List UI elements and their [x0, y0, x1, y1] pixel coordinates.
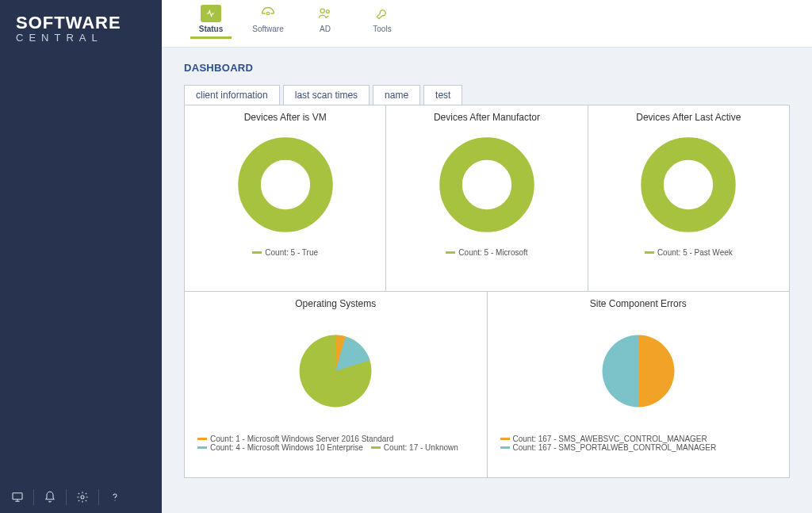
card-operating-systems: Operating Systems Count: 1 - Mic — [184, 291, 488, 478]
brand-top: SOFTWARE — [16, 13, 146, 33]
legend-text: Count: 5 - Microsoft — [458, 248, 527, 257]
legend-text: Count: 167 - SMS_PORTALWEB_CONTROL_MANAG… — [513, 443, 717, 452]
legend-item: Count: 5 - Past Week — [645, 248, 733, 257]
chart-legend: Count: 167 - SMS_AWEBSVC_CONTROL_MANAGER… — [488, 430, 790, 458]
legend-item: Count: 17 - Unknown — [371, 443, 458, 452]
brand-bottom: CENTRAL — [16, 32, 146, 44]
tab-client-information[interactable]: client information — [184, 85, 280, 105]
card-devices-last-active: Devices After Last Active Count: 5 - Pas… — [588, 105, 790, 292]
tab-name[interactable]: name — [373, 85, 420, 105]
card-row-1: Devices After is VM Count: 5 - True Devi… — [184, 105, 790, 292]
tab-test[interactable]: test — [423, 85, 462, 105]
nav-label: Status — [199, 25, 224, 33]
nav-tools[interactable]: Tools — [362, 5, 403, 36]
svg-point-2 — [114, 500, 115, 500]
chart-legend: Count: 5 - Microsoft — [386, 243, 587, 263]
card-title: Devices After is VM — [185, 105, 385, 126]
legend-text: Count: 4 - Microsoft Windows 10 Enterpri… — [210, 443, 363, 452]
divider — [98, 489, 99, 505]
legend-item: Count: 5 - Microsoft — [446, 248, 527, 257]
card-title: Devices After Manufactor — [386, 105, 587, 126]
legend-text: Count: 5 - Past Week — [657, 248, 733, 257]
brand-logo: SOFTWARE CENTRAL — [0, 0, 162, 44]
disc-icon — [258, 5, 278, 22]
nav-ad[interactable]: AD — [304, 5, 346, 36]
legend-swatch — [645, 251, 654, 254]
svg-point-5 — [326, 10, 329, 13]
dashboard-cards: Devices After is VM Count: 5 - True Devi… — [184, 105, 790, 478]
legend-swatch — [197, 446, 207, 449]
donut-chart — [588, 126, 789, 243]
donut-chart — [386, 126, 587, 243]
legend-swatch — [371, 446, 381, 449]
card-title: Operating Systems — [185, 292, 487, 312]
legend-item: Count: 4 - Microsoft Windows 10 Enterpri… — [197, 443, 363, 452]
legend-swatch — [252, 251, 262, 254]
svg-rect-0 — [13, 493, 22, 500]
svg-point-6 — [249, 149, 321, 221]
main-area: Status Software AD Tools — [162, 0, 812, 513]
legend-swatch — [197, 438, 207, 440]
legend-item: Count: 167 - SMS_PORTALWEB_CONTROL_MANAG… — [500, 443, 717, 452]
legend-swatch — [500, 438, 510, 440]
legend-text: Count: 17 - Unknown — [384, 443, 458, 452]
legend-text: Count: 5 - True — [265, 248, 318, 257]
sidebar-bottom-bar — [0, 481, 162, 513]
card-title: Site Component Errors — [488, 292, 790, 312]
dashboard-tabs: client information last scan times name … — [184, 85, 790, 105]
top-nav: Status Software AD Tools — [162, 0, 812, 48]
page-title: DASHBOARD — [184, 62, 790, 74]
tab-last-scan-times[interactable]: last scan times — [283, 85, 370, 105]
svg-point-8 — [653, 149, 725, 221]
chart-legend: Count: 1 - Microsoft Windows Server 2016… — [185, 430, 487, 458]
divider — [66, 489, 67, 505]
legend-item: Count: 167 - SMS_AWEBSVC_CONTROL_MANAGER — [500, 435, 707, 443]
svg-point-1 — [81, 496, 84, 499]
monitor-icon[interactable] — [8, 488, 27, 507]
divider — [33, 489, 34, 505]
sidebar: SOFTWARE CENTRAL — [0, 0, 162, 513]
app-root: SOFTWARE CENTRAL — [0, 0, 812, 513]
pie-chart — [488, 312, 790, 430]
legend-item: Count: 5 - True — [252, 248, 318, 257]
card-devices-is-vm: Devices After is VM Count: 5 - True — [184, 105, 386, 292]
gear-icon[interactable] — [73, 488, 92, 507]
legend-text: Count: 1 - Microsoft Windows Server 2016… — [210, 435, 393, 443]
activity-icon — [201, 5, 221, 22]
card-devices-manufactor: Devices After Manufactor Count: 5 - Micr… — [386, 105, 588, 292]
help-icon[interactable] — [105, 488, 124, 507]
nav-label: AD — [320, 25, 331, 33]
legend-item: Count: 1 - Microsoft Windows Server 2016… — [197, 435, 393, 443]
bell-icon[interactable] — [40, 488, 59, 507]
donut-chart — [185, 126, 385, 243]
content: DASHBOARD client information last scan t… — [162, 48, 812, 513]
pie-chart — [185, 312, 487, 430]
card-site-component-errors: Site Component Errors Count: 167 - SMS_A… — [488, 291, 791, 478]
nav-software[interactable]: Software — [247, 5, 289, 36]
chart-legend: Count: 5 - Past Week — [588, 243, 789, 263]
legend-swatch — [500, 446, 510, 449]
card-row-2: Operating Systems Count: 1 - Mic — [184, 291, 790, 478]
svg-point-3 — [266, 12, 269, 14]
nav-label: Software — [252, 25, 283, 33]
svg-point-4 — [320, 9, 324, 13]
nav-status[interactable]: Status — [190, 5, 232, 39]
svg-point-7 — [451, 149, 523, 221]
wrench-icon — [372, 5, 393, 22]
chart-legend: Count: 5 - True — [185, 243, 385, 263]
users-icon — [315, 5, 335, 22]
sidebar-spacer — [0, 44, 162, 481]
legend-swatch — [446, 251, 455, 254]
legend-text: Count: 167 - SMS_AWEBSVC_CONTROL_MANAGER — [513, 435, 707, 443]
card-title: Devices After Last Active — [588, 105, 789, 126]
nav-label: Tools — [373, 25, 391, 33]
